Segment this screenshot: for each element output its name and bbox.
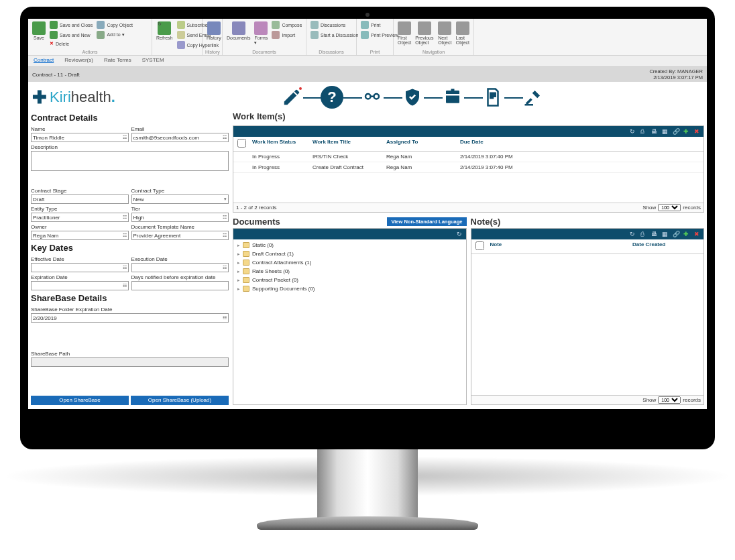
notes-grid-icon[interactable]: ▦ <box>662 231 669 237</box>
template-select[interactable]: Provider Agreement <box>131 231 229 240</box>
sharebase-path-input <box>31 357 229 367</box>
documents-button[interactable]: Documents <box>225 20 251 42</box>
ribbon-toolbar: Save Save and Close Save and New ✕Delete… <box>28 19 707 56</box>
camera-dot <box>365 13 370 17</box>
copy-object-button[interactable]: Copy Object <box>95 20 134 30</box>
created-on-label: 2/13/2019 3:07:17 PM <box>649 74 703 80</box>
add-to-button[interactable]: Add to ▾ <box>95 30 134 40</box>
folder-icon <box>243 260 249 266</box>
start-discussion-button[interactable]: Start a Discussion <box>309 30 359 40</box>
notes-panel: ↻ ⎙ 🖶 ▦ 🔗 ✚ ✖ Note <box>471 228 705 405</box>
workflow-briefcase-icon <box>441 86 464 109</box>
import-button[interactable]: Import <box>270 30 303 40</box>
folder-icon <box>243 251 249 257</box>
notes-checkall[interactable] <box>475 241 484 250</box>
workitems-pagesize[interactable]: 100 <box>658 204 681 211</box>
link-icon[interactable]: 🔗 <box>673 128 679 135</box>
entity-select[interactable]: Practitioner <box>31 213 129 222</box>
workflow-pencil-icon <box>280 86 303 109</box>
next-object-button[interactable]: Next Object <box>437 20 453 46</box>
workflow-steps: ? <box>122 86 703 109</box>
contract-details-title: Contract Details <box>31 113 229 123</box>
first-object-button[interactable]: First Object <box>396 20 412 46</box>
effective-date-input[interactable] <box>31 263 129 272</box>
kirihealth-logo: ✚ Kirihealth. <box>32 87 115 108</box>
save-close-button[interactable]: Save and Close <box>48 20 94 30</box>
doc-refresh-icon[interactable]: ↻ <box>457 231 463 237</box>
notes-refresh-icon[interactable]: ↻ <box>630 231 636 237</box>
notes-link-icon[interactable]: 🔗 <box>673 231 679 237</box>
notes-pagesize[interactable]: 100 <box>658 396 681 404</box>
ribbon-group-actions-caption: Actions <box>31 49 149 55</box>
tab-rate-terms[interactable]: Rate Terms <box>99 56 137 66</box>
email-input[interactable]: csmith@9secondfoods.com <box>131 133 229 142</box>
tab-system[interactable]: SYSTEM <box>137 56 170 66</box>
owner-select[interactable]: Rega Nam <box>31 231 129 240</box>
view-tabs: Contract Reviewer(s) Rate Terms SYSTEM <box>28 56 707 67</box>
open-sharebase-upload-button[interactable]: Open ShareBase (Upload) <box>131 396 229 405</box>
grid-icon[interactable]: ▦ <box>662 128 669 135</box>
folder-icon <box>243 268 249 274</box>
monitor-stand-neck <box>317 449 418 520</box>
notes-title: Note(s) <box>471 217 705 227</box>
type-select[interactable]: New <box>131 194 229 204</box>
document-folder[interactable]: Static (0) <box>235 241 465 249</box>
save-new-button[interactable]: Save and New <box>48 30 94 40</box>
workitems-checkall[interactable] <box>237 139 246 148</box>
discussions-button[interactable]: Discussions <box>309 20 359 30</box>
execution-date-input[interactable] <box>131 263 229 272</box>
tab-contract[interactable]: Contract <box>28 56 59 66</box>
app-screen: Save Save and Close Save and New ✕Delete… <box>28 19 707 409</box>
workflow-glasses-icon <box>361 86 384 109</box>
tier-select[interactable]: High <box>131 213 229 222</box>
previous-object-button[interactable]: Previous Object <box>414 20 435 46</box>
history-button[interactable]: History <box>205 20 223 42</box>
plus-icon: ✚ <box>32 87 47 108</box>
notes-export-icon[interactable]: ⎙ <box>640 231 647 237</box>
notes-remove-icon[interactable]: ✖ <box>694 231 701 237</box>
workitem-row[interactable]: In ProgressCreate Draft ContractRega Nam… <box>233 162 703 173</box>
stage-input[interactable]: Draft <box>31 194 129 204</box>
workflow-shield-check-icon <box>401 86 424 109</box>
documents-panel: ↻ Static (0)Draft Contract (1)Contract A… <box>233 228 467 405</box>
tab-reviewers[interactable]: Reviewer(s) <box>59 56 99 66</box>
refresh-button[interactable]: ↻Refresh <box>155 20 174 42</box>
notify-days-input[interactable] <box>131 281 229 290</box>
document-folder[interactable]: Contract Packet (0) <box>235 276 465 284</box>
remove-icon[interactable]: ✖ <box>694 128 701 135</box>
workitems-title: Work Item(s) <box>233 111 704 121</box>
document-folder[interactable]: Supporting Documents (0) <box>235 284 465 293</box>
documents-title: Documents <box>233 217 280 227</box>
compose-button[interactable]: Compose <box>270 20 303 30</box>
sharebase-exp-input[interactable]: 2/20/2019 <box>31 313 229 323</box>
print-icon[interactable]: 🖶 <box>651 128 658 135</box>
title-bar: Contract - 11 - Draft Created By: MANAGE… <box>28 67 707 82</box>
document-folder[interactable]: Contract Attachments (1) <box>235 258 465 267</box>
description-input[interactable] <box>31 151 229 171</box>
notes-print-icon[interactable]: 🖶 <box>651 231 658 237</box>
forms-button[interactable]: Forms ▾ <box>253 20 269 47</box>
name-input[interactable]: Timon Riddle <box>31 133 129 142</box>
add-icon[interactable]: ✚ <box>683 128 690 135</box>
delete-button[interactable]: ✕Delete <box>48 40 94 47</box>
save-button[interactable]: Save <box>31 20 47 42</box>
document-folder[interactable]: Rate Sheets (0) <box>235 267 465 276</box>
key-dates-title: Key Dates <box>31 243 229 253</box>
document-folder[interactable]: Draft Contract (1) <box>235 249 465 258</box>
view-nonstandard-button[interactable]: View Non-Standard Language <box>387 217 466 226</box>
workitems-count: 1 - 2 of 2 records <box>236 205 276 211</box>
workitem-row[interactable]: In ProgressIRS/TIN CheckRega Nam2/14/201… <box>233 152 703 162</box>
workitems-panel: ↻ ⎙ 🖶 ▦ 🔗 ✚ ✖ Work Item Status Work Item… <box>233 125 704 213</box>
sharebase-title: ShareBase Details <box>31 293 229 303</box>
record-title: Contract - 11 - Draft <box>32 72 80 78</box>
monitor-frame: Save Save and Close Save and New ✕Delete… <box>20 7 715 449</box>
expiration-date-input[interactable] <box>31 281 129 290</box>
refresh-icon[interactable]: ↻ <box>630 128 636 135</box>
folder-icon <box>243 286 249 292</box>
workflow-question-icon: ? <box>321 86 343 109</box>
open-sharebase-button[interactable]: Open ShareBase <box>31 396 129 405</box>
export-icon[interactable]: ⎙ <box>640 128 647 135</box>
workflow-gavel-icon <box>522 86 545 109</box>
notes-add-icon[interactable]: ✚ <box>683 231 690 237</box>
last-object-button[interactable]: Last Object <box>455 20 471 46</box>
